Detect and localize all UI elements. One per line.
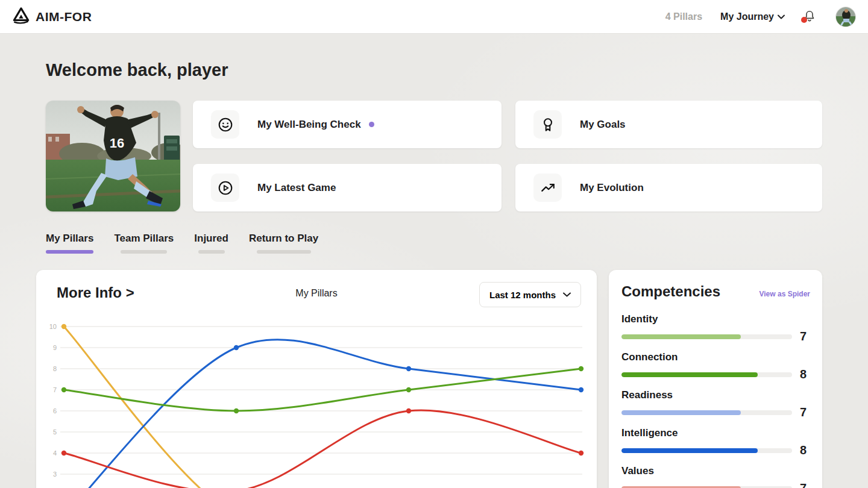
chevron-down-icon: [563, 292, 571, 297]
tab-label: Team Pillars: [114, 233, 174, 245]
aimfor-triangle-logo-icon: [12, 7, 30, 27]
competency-value: 7: [800, 481, 810, 488]
y-axis-tick-label: 3: [53, 471, 57, 478]
brand-name: AIM-FOR: [36, 10, 92, 24]
series-line-blue-pillar: [64, 340, 581, 488]
competency-value: 7: [800, 405, 810, 419]
smiley-icon: [211, 110, 239, 139]
y-axis-tick-label: 8: [53, 365, 57, 372]
series-line-red-pillar: [64, 410, 581, 488]
pillar-tabs: My PillarsTeam PillarsInjuredReturn to P…: [46, 233, 318, 254]
competencies-title: Competencies: [621, 283, 720, 300]
y-axis-tick-label: 6: [53, 407, 57, 414]
y-axis-tick-label: 10: [49, 323, 57, 330]
data-point-red-pillar: [406, 408, 411, 413]
card-label: My Well-Being Check: [257, 119, 361, 131]
competency-row-identity: Identity7: [621, 313, 810, 343]
chart-header: More Info > My Pillars Last 12 months: [36, 270, 597, 313]
nav-pillars[interactable]: 4 Pillars: [665, 11, 702, 22]
notification-dot: [801, 17, 807, 23]
data-point-green-pillar: [579, 366, 583, 371]
brand-logo[interactable]: AIM-FOR: [12, 7, 92, 27]
tab-label: Injured: [194, 233, 228, 245]
data-point-blue-pillar: [406, 366, 411, 371]
card-label: My Latest Game: [257, 182, 336, 194]
y-axis-tick-label: 7: [53, 386, 57, 393]
competency-bar-track: [621, 410, 792, 415]
award-icon: [533, 110, 562, 139]
competency-value: 8: [800, 443, 810, 457]
chevron-down-icon: [778, 14, 785, 19]
series-line-yellow-pillar: [64, 327, 581, 488]
tab-return-to-play[interactable]: Return to Play: [249, 233, 318, 254]
view-as-spider-link[interactable]: View as Spider: [760, 290, 811, 298]
card-my-goals[interactable]: My Goals: [515, 101, 822, 148]
tab-label: Return to Play: [249, 233, 318, 245]
competency-label: Identity: [621, 313, 810, 325]
data-point-green-pillar: [406, 387, 411, 392]
notification-bell-icon[interactable]: [803, 10, 817, 24]
data-point-green-pillar: [234, 408, 239, 413]
card-my-latest-game[interactable]: My Latest Game: [193, 164, 502, 211]
competency-bar-fill: [621, 448, 758, 453]
y-axis-tick-label: 4: [53, 449, 57, 457]
competency-row-readiness: Readiness7: [621, 389, 810, 419]
date-range-dropdown[interactable]: Last 12 months: [479, 282, 581, 307]
competency-bar-fill: [621, 410, 741, 415]
tab-underline: [257, 250, 311, 254]
nav-my-journey[interactable]: My Journey: [720, 11, 785, 22]
svg-text:16: 16: [110, 136, 124, 151]
competency-row-intelligence: Intelligence8: [621, 427, 810, 457]
play-circle-icon: [211, 174, 239, 202]
data-point-blue-pillar: [579, 387, 583, 392]
y-axis-tick-label: 5: [53, 428, 57, 436]
data-point-red-pillar: [579, 451, 583, 455]
pillars-line-chart: 109876543: [42, 313, 591, 488]
competency-bar-track: [621, 448, 792, 453]
page-title: Welcome back, player: [46, 60, 228, 80]
tab-my-pillars[interactable]: My Pillars: [46, 233, 93, 254]
active-tab-underline: [46, 250, 93, 254]
tab-underline: [121, 250, 167, 254]
competency-value: 7: [800, 330, 810, 343]
data-point-green-pillar: [61, 387, 66, 392]
competency-bar-track: [621, 372, 792, 377]
competency-label: Connection: [621, 351, 810, 363]
unread-indicator-dot: [369, 122, 374, 127]
card-my-evolution[interactable]: My Evolution: [515, 164, 822, 211]
card-label: My Evolution: [580, 182, 644, 194]
competency-label: Readiness: [621, 389, 810, 401]
tab-label: My Pillars: [46, 233, 93, 245]
competency-bar-fill: [621, 486, 741, 488]
y-axis-tick-label: 9: [53, 344, 57, 351]
trending-up-icon: [533, 174, 562, 202]
player-photo: 16: [46, 101, 180, 211]
data-point-blue-pillar: [234, 345, 239, 350]
pillars-chart-panel: More Info > My Pillars Last 12 months 10…: [36, 270, 597, 488]
data-point-red-pillar: [61, 451, 66, 455]
competency-bar-fill: [621, 334, 741, 339]
top-nav: 4 Pillars My Journey: [665, 7, 856, 27]
top-bar: AIM-FOR 4 Pillars My Journey: [0, 0, 868, 34]
tab-team-pillars[interactable]: Team Pillars: [114, 233, 174, 254]
card-my-well-being-check[interactable]: My Well-Being Check: [193, 101, 502, 148]
competency-bar-track: [621, 334, 792, 339]
competencies-panel: Competencies View as Spider Identity7Con…: [609, 270, 822, 488]
card-label: My Goals: [580, 119, 626, 131]
data-point-yellow-pillar: [61, 324, 66, 329]
competency-label: Values: [621, 465, 810, 477]
competency-value: 8: [800, 368, 810, 381]
competency-row-values: Values7: [621, 465, 810, 488]
tab-injured[interactable]: Injured: [194, 233, 228, 254]
competency-bar-track: [621, 486, 792, 488]
competency-list: Identity7Connection8Readiness7Intelligen…: [621, 313, 810, 488]
competency-bar-fill: [621, 372, 758, 377]
tab-underline: [198, 250, 225, 254]
competency-label: Intelligence: [621, 427, 810, 439]
competency-row-connection: Connection8: [621, 351, 810, 381]
user-avatar[interactable]: [835, 7, 856, 27]
